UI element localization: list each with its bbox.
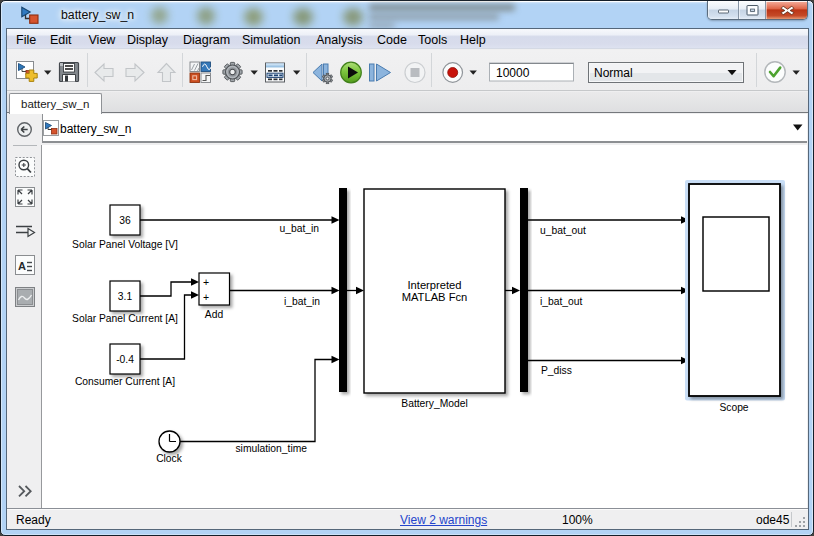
svg-text:i_bat_in: i_bat_in <box>284 296 320 307</box>
svg-text:battery_sw_n: battery_sw_n <box>60 122 131 136</box>
svg-text:Consumer Current [A]: Consumer Current [A] <box>75 376 175 387</box>
svg-text:Solar Panel Voltage [V]: Solar Panel Voltage [V] <box>72 239 178 250</box>
svg-text:+: + <box>203 291 209 303</box>
svg-text:10000: 10000 <box>496 66 530 80</box>
svg-text:A: A <box>18 260 26 272</box>
svg-text:u_bat_out: u_bat_out <box>540 225 586 236</box>
svg-text:Scope: Scope <box>719 402 748 413</box>
svg-text:i_bat_out: i_bat_out <box>540 296 583 307</box>
svg-text:Add: Add <box>205 309 224 320</box>
svg-text:Solar Panel Current [A]: Solar Panel Current [A] <box>72 313 178 324</box>
svg-text:MATLAB Fcn: MATLAB Fcn <box>402 291 468 303</box>
svg-text:3.1: 3.1 <box>118 291 133 302</box>
svg-text:36: 36 <box>119 215 131 226</box>
svg-text:u_bat_in: u_bat_in <box>279 223 319 234</box>
svg-text:P_diss: P_diss <box>541 365 572 376</box>
svg-text:Interpreted: Interpreted <box>407 279 461 291</box>
svg-text:simulation_time: simulation_time <box>235 443 307 454</box>
svg-text:Normal: Normal <box>594 66 633 80</box>
svg-text:Battery_Model: Battery_Model <box>401 398 467 409</box>
svg-text:Clock: Clock <box>156 453 183 464</box>
svg-text:+: + <box>203 276 209 288</box>
svg-text:-0.4: -0.4 <box>116 354 134 365</box>
